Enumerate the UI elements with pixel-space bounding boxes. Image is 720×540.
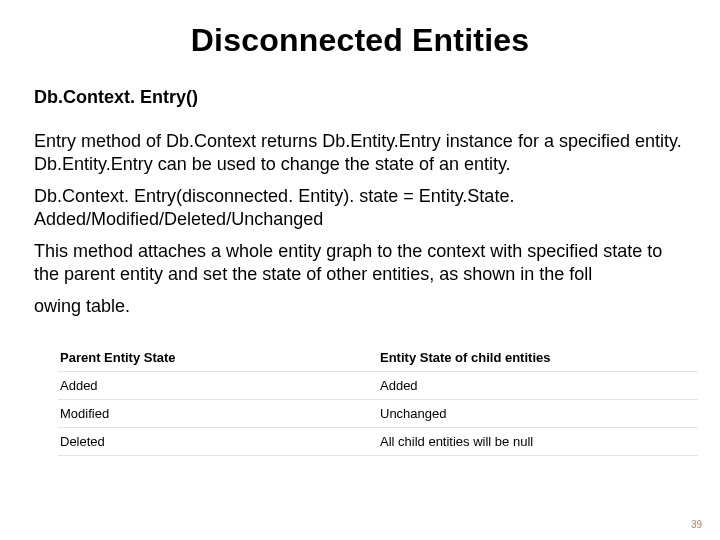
entity-state-table: Parent Entity State Entity State of chil… (58, 344, 698, 456)
table-header-child: Entity State of child entities (378, 344, 698, 372)
table-cell: Modified (58, 399, 378, 427)
table-header-parent: Parent Entity State (58, 344, 378, 372)
body-paragraph-1: Entry method of Db.Context returns Db.En… (34, 130, 686, 175)
body-paragraph-3: This method attaches a whole entity grap… (34, 240, 686, 285)
table-row: Added Added (58, 371, 698, 399)
table-cell: Added (58, 371, 378, 399)
table-cell: Deleted (58, 427, 378, 455)
table-row: Deleted All child entities will be null (58, 427, 698, 455)
section-heading: Db.Context. Entry() (34, 87, 686, 108)
table-cell: Unchanged (378, 399, 698, 427)
body-paragraph-2: Db.Context. Entry(disconnected. Entity).… (34, 185, 686, 230)
slide-title: Disconnected Entities (34, 22, 686, 59)
table-cell: All child entities will be null (378, 427, 698, 455)
table-row: Modified Unchanged (58, 399, 698, 427)
slide: Disconnected Entities Db.Context. Entry(… (0, 0, 720, 540)
page-number: 39 (691, 519, 702, 530)
table-header-row: Parent Entity State Entity State of chil… (58, 344, 698, 372)
body-paragraph-4: owing table. (34, 295, 686, 318)
table-cell: Added (378, 371, 698, 399)
